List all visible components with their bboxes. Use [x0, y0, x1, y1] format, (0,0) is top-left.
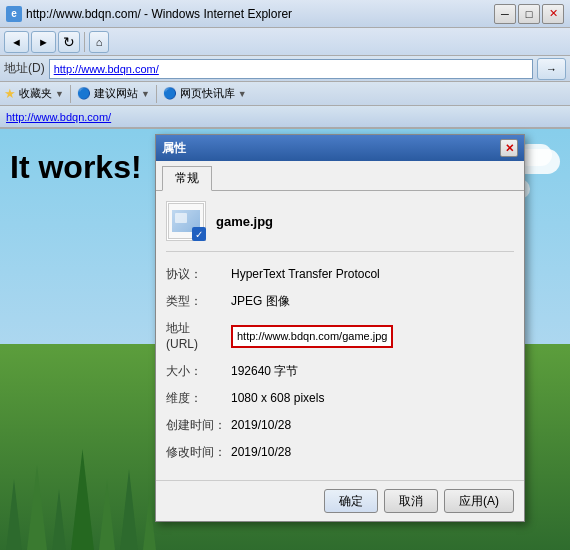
tree-1: [5, 479, 23, 550]
forward-button[interactable]: ►: [31, 31, 56, 53]
quicklinks-icon: 🔵: [163, 87, 177, 100]
dialog-body: ✓ game.jpg 协议： HyperText Transfer Protoc…: [156, 191, 524, 480]
url-highlighted-value: http://www.bdqn.com/game.jpg: [231, 325, 393, 348]
page-url-display: http://www.bdqn.com/: [6, 111, 111, 123]
page-url-bar: http://www.bdqn.com/: [0, 106, 570, 128]
ie-icon: e: [6, 6, 22, 22]
address-url-label: 地址 (URL): [166, 320, 231, 354]
file-thumbnail: ✓: [168, 203, 204, 239]
modified-value: 2019/10/28: [231, 444, 514, 461]
minimize-button[interactable]: ─: [494, 4, 516, 24]
suggest-button[interactable]: 🔵 建议网站 ▼: [77, 86, 150, 101]
dialog-footer: 确定 取消 应用(A): [156, 480, 524, 521]
suggest-icon: 🔵: [77, 87, 91, 100]
type-row: 类型： JPEG 图像: [166, 293, 514, 310]
modified-row: 修改时间： 2019/10/28: [166, 444, 514, 461]
star-icon: ★: [4, 86, 16, 101]
modified-label: 修改时间：: [166, 444, 231, 461]
created-row: 创建时间： 2019/10/28: [166, 417, 514, 434]
dimensions-row: 维度： 1080 x 608 pixels: [166, 390, 514, 407]
back-icon: ◄: [11, 36, 22, 48]
refresh-button[interactable]: ↻: [58, 31, 80, 53]
refresh-icon: ↻: [63, 34, 75, 50]
file-name: game.jpg: [216, 214, 273, 229]
image-highlight: [175, 213, 187, 223]
address-label: 地址(D): [4, 60, 45, 77]
window-close-button[interactable]: ✕: [542, 4, 564, 24]
file-icon-container: ✓: [166, 201, 206, 241]
dialog-close-button[interactable]: ✕: [500, 139, 518, 157]
browser-window: e http://www.bdqn.com/ - Windows Interne…: [0, 0, 570, 129]
quicklinks-arrow-icon: ▼: [238, 89, 247, 99]
toolbar-divider: [84, 32, 85, 52]
tree-4: [70, 449, 95, 550]
created-value: 2019/10/28: [231, 417, 514, 434]
favorites-label: 收藏夹: [19, 86, 52, 101]
home-icon: ⌂: [96, 36, 103, 48]
properties-dialog: 属性 ✕ 常规 ✓: [155, 134, 525, 522]
window-controls: ─ □ ✕: [494, 4, 564, 24]
dialog-tabs: 常规: [156, 161, 524, 191]
address-bar-row: 地址(D) http://www.bdqn.com/ →: [0, 56, 570, 82]
size-row: 大小： 192640 字节: [166, 363, 514, 380]
url-text: http://www.bdqn.com/: [54, 63, 159, 75]
dimensions-label: 维度：: [166, 390, 231, 407]
home-button[interactable]: ⌂: [89, 31, 110, 53]
quicklinks-button[interactable]: 🔵 网页快讯库 ▼: [163, 86, 247, 101]
quicklinks-label: 网页快讯库: [180, 86, 235, 101]
content-area: It works! 属性 ✕ 常规: [0, 129, 570, 550]
dialog-title-bar: 属性 ✕: [156, 135, 524, 161]
size-label: 大小：: [166, 363, 231, 380]
checkmark-badge: ✓: [192, 227, 206, 241]
back-button[interactable]: ◄: [4, 31, 29, 53]
fav-divider2: [156, 85, 157, 103]
tab-general[interactable]: 常规: [162, 166, 212, 191]
address-url-value: http://www.bdqn.com/game.jpg: [231, 325, 514, 348]
type-label: 类型：: [166, 293, 231, 310]
suggest-label: 建议网站: [94, 86, 138, 101]
dialog-title: 属性: [162, 140, 186, 157]
fav-divider: [70, 85, 71, 103]
tree-2: [26, 464, 48, 550]
it-works-heading: It works!: [10, 149, 142, 186]
ok-button[interactable]: 确定: [324, 489, 378, 513]
cancel-button[interactable]: 取消: [384, 489, 438, 513]
tree-6: [119, 469, 139, 550]
forward-icon: ►: [38, 36, 49, 48]
tree-3: [51, 489, 67, 550]
suggest-arrow-icon: ▼: [141, 89, 150, 99]
navigation-toolbar: ◄ ► ↻ ⌂: [0, 28, 570, 56]
address-row: 地址 (URL) http://www.bdqn.com/game.jpg: [166, 320, 514, 354]
created-label: 创建时间：: [166, 417, 231, 434]
protocol-label: 协议：: [166, 266, 231, 283]
protocol-value: HyperText Transfer Protocol: [231, 266, 514, 283]
window-title: http://www.bdqn.com/ - Windows Internet …: [26, 7, 494, 21]
dialog-close-icon: ✕: [505, 142, 514, 155]
apply-button[interactable]: 应用(A): [444, 489, 514, 513]
title-bar: e http://www.bdqn.com/ - Windows Interne…: [0, 0, 570, 28]
size-value: 192640 字节: [231, 363, 514, 380]
address-input[interactable]: http://www.bdqn.com/: [49, 59, 533, 79]
tree-5: [98, 479, 116, 550]
type-value: JPEG 图像: [231, 293, 514, 310]
protocol-row: 协议： HyperText Transfer Protocol: [166, 266, 514, 283]
file-header: ✓ game.jpg: [166, 201, 514, 252]
favorites-button[interactable]: ★ 收藏夹 ▼: [4, 86, 64, 101]
dimensions-value: 1080 x 608 pixels: [231, 390, 514, 407]
go-button[interactable]: →: [537, 58, 566, 80]
favorites-arrow-icon: ▼: [55, 89, 64, 99]
maximize-button[interactable]: □: [518, 4, 540, 24]
favorites-bar: ★ 收藏夹 ▼ 🔵 建议网站 ▼ 🔵 网页快讯库 ▼: [0, 82, 570, 106]
